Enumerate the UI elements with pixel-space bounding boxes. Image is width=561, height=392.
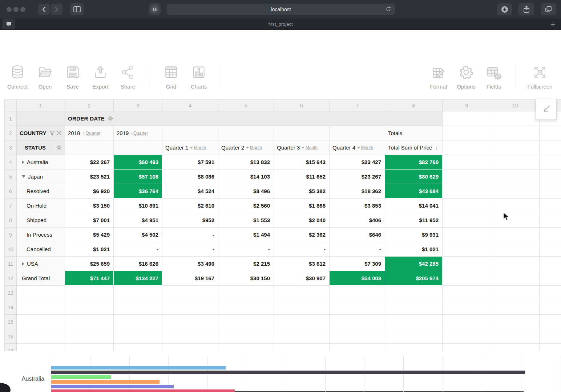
pivot-value-cell[interactable]: $1 494	[218, 228, 274, 242]
empty-cell[interactable]	[491, 257, 540, 271]
pivot-value-cell[interactable]: $42 285	[385, 257, 443, 271]
pivot-value-cell[interactable]: $23 521	[65, 170, 114, 184]
empty-cell[interactable]	[491, 329, 540, 344]
pivot-value-cell[interactable]: $7 309	[330, 257, 385, 271]
back-button[interactable]	[38, 4, 50, 15]
toolbar-export-button[interactable]: Export	[86, 58, 114, 90]
forward-button[interactable]	[51, 4, 62, 15]
empty-cell[interactable]	[114, 329, 162, 344]
empty-cell[interactable]	[218, 329, 274, 344]
empty-cell[interactable]	[491, 344, 540, 351]
pivot-value-cell[interactable]: $15 643	[274, 155, 330, 170]
pivot-value-cell[interactable]: $2 040	[274, 213, 330, 228]
empty-cell[interactable]	[274, 329, 330, 344]
empty-cell[interactable]	[443, 213, 491, 228]
field-settings-gear-icon[interactable]	[56, 130, 62, 136]
pivot-value-cell[interactable]: $2 215	[218, 257, 274, 271]
measure-header[interactable]: Total Sum of Price↓	[385, 140, 443, 155]
pivot-value-cell[interactable]: $5 382	[274, 184, 330, 199]
pivot-value-cell[interactable]: $1 553	[218, 213, 274, 228]
toolbar-grid-button[interactable]: Grid	[157, 58, 185, 90]
pivot-value-cell[interactable]: $30 907	[274, 271, 330, 286]
empty-cell[interactable]	[491, 213, 540, 228]
sidebar-toggle-button[interactable]	[70, 3, 84, 15]
empty-cell[interactable]	[491, 184, 540, 199]
pivot-value-cell[interactable]: $205 674	[385, 271, 443, 286]
window-zoom-button[interactable]	[20, 7, 25, 12]
empty-cell[interactable]	[218, 344, 274, 351]
empty-cell[interactable]	[218, 300, 274, 315]
quarter-header[interactable]: Quarter 4+ Month	[330, 140, 385, 155]
pivot-value-cell[interactable]: $406	[330, 213, 385, 228]
empty-cell[interactable]	[330, 344, 385, 351]
pivot-value-cell[interactable]: $3 490	[162, 257, 218, 271]
empty-cell[interactable]	[443, 344, 491, 351]
empty-cell[interactable]	[443, 170, 491, 184]
empty-cell[interactable]	[443, 257, 491, 271]
pivot-value-cell[interactable]: $8 496	[218, 184, 274, 199]
quarter-header[interactable]: Quarter 2+ Month	[218, 140, 274, 155]
empty-cell[interactable]	[443, 111, 491, 126]
empty-cell[interactable]	[65, 300, 114, 315]
pivot-value-cell[interactable]: $646	[330, 228, 385, 242]
active-tab[interactable]: first_project	[0, 19, 561, 30]
expand-toggle-icon[interactable]	[22, 160, 24, 164]
empty-cell[interactable]	[491, 140, 540, 155]
pivot-value-cell[interactable]: -	[162, 242, 218, 257]
pivot-value-cell[interactable]: $4 524	[162, 184, 218, 199]
year-2019-header[interactable]: 2019- Quarter	[114, 126, 162, 140]
pivot-value-cell[interactable]: $1 021	[65, 242, 114, 257]
empty-cell[interactable]	[162, 315, 218, 329]
empty-cell[interactable]	[330, 286, 385, 300]
empty-header-cell[interactable]	[65, 140, 114, 155]
toolbar-format-button[interactable]: Format	[425, 58, 452, 90]
empty-cell[interactable]	[65, 315, 114, 329]
empty-cell[interactable]	[443, 329, 491, 344]
empty-cell[interactable]	[491, 286, 540, 300]
reload-icon[interactable]	[386, 6, 391, 13]
empty-header-cell[interactable]	[274, 126, 330, 140]
empty-cell[interactable]	[443, 300, 491, 315]
empty-cell[interactable]	[443, 155, 491, 170]
toolbar-options-button[interactable]: Options	[452, 58, 480, 90]
empty-cell[interactable]	[443, 126, 491, 140]
empty-cell[interactable]	[274, 344, 330, 351]
empty-cell[interactable]	[443, 286, 491, 300]
quarter-header[interactable]: Quarter 1+ Month	[162, 140, 218, 155]
pivot-row-header[interactable]: Australia	[17, 155, 65, 170]
pivot-row-header[interactable]: Resolved	[17, 184, 65, 199]
empty-cell[interactable]	[65, 344, 114, 351]
pivot-row-header[interactable]: In Process	[17, 228, 65, 242]
window-minimize-button[interactable]	[13, 7, 19, 12]
pivot-value-cell[interactable]: $9 931	[385, 228, 443, 242]
empty-cell[interactable]	[491, 126, 540, 140]
toolbar-charts-button[interactable]: Charts	[185, 58, 213, 90]
empty-cell[interactable]	[330, 300, 385, 315]
empty-cell[interactable]	[385, 286, 443, 300]
empty-cell[interactable]	[17, 286, 65, 300]
country-field-header[interactable]: COUNTRY	[17, 126, 65, 140]
empty-cell[interactable]	[65, 329, 114, 344]
empty-cell[interactable]	[114, 300, 162, 315]
pivot-value-cell[interactable]: $25 659	[65, 257, 114, 271]
share-page-button[interactable]	[518, 3, 534, 15]
toolbar-connect-button[interactable]: Connect	[4, 58, 31, 90]
pivot-value-cell[interactable]: -	[162, 228, 218, 242]
empty-cell[interactable]	[162, 344, 218, 351]
pivot-row-header[interactable]: Shipped	[17, 213, 65, 228]
pivot-value-cell[interactable]: $22 267	[65, 155, 114, 170]
pivot-value-cell[interactable]: $23 267	[330, 170, 385, 184]
pivot-value-cell[interactable]: -	[218, 242, 274, 257]
pivot-value-cell[interactable]: $7 591	[162, 155, 218, 170]
pivot-value-cell[interactable]: $19 167	[162, 271, 218, 286]
empty-cell[interactable]	[114, 315, 162, 329]
pivot-value-cell[interactable]: -	[274, 242, 330, 257]
empty-cell[interactable]	[274, 300, 330, 315]
pivot-value-cell[interactable]: $3 612	[274, 257, 330, 271]
pivot-value-cell[interactable]: $11 952	[385, 213, 443, 228]
month-drill-link[interactable]: + Month	[302, 145, 318, 150]
new-tab-button[interactable]	[548, 19, 558, 29]
field-settings-gear-icon[interactable]	[56, 145, 62, 150]
url-bar[interactable]: localhost	[167, 4, 395, 15]
empty-cell[interactable]	[17, 344, 65, 351]
